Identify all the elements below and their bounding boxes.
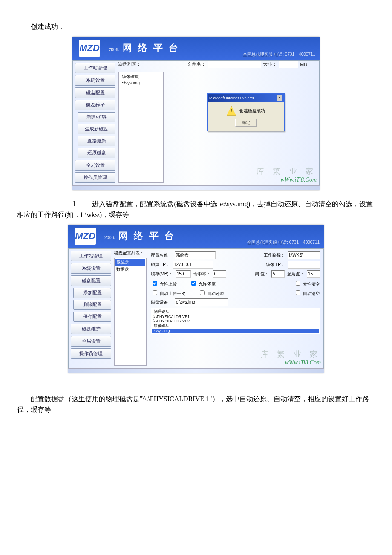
logo: MZD	[75, 228, 96, 245]
cache-label: 缓存(MB)：	[151, 271, 173, 277]
doc-text-3: 配置数据盘（这里使用的物理磁盘是"\\.\PHYSICALDRIVE 1"），选…	[17, 393, 375, 415]
device-row[interactable]: \\.\PHYSICALDRIVE1	[152, 315, 319, 319]
nav-disk-maint[interactable]: 磁盘维护	[75, 100, 115, 110]
mirror-ip-input[interactable]	[288, 261, 320, 269]
list-marker: l	[73, 200, 75, 208]
thresh-label: 阀 值：	[255, 271, 269, 277]
config-list[interactable]: 系统盘 数据盘	[114, 258, 147, 366]
name-label: 配置名称：	[151, 252, 172, 258]
size-label: 大小：	[263, 61, 277, 67]
path-input[interactable]	[288, 251, 320, 259]
auto-clear-cb[interactable]: 自动清空	[294, 289, 320, 297]
nav-operator[interactable]: 操作员管理	[75, 172, 115, 183]
nav-disk-config[interactable]: 磁盘配置	[75, 87, 115, 98]
warning-icon: !	[227, 106, 236, 116]
ok-button[interactable]: 确定	[235, 119, 257, 127]
hotline: 全国总代理客服 电话: 0731—4000711	[247, 240, 320, 246]
nav-gen-disk[interactable]: 生成新磁盘	[78, 124, 115, 134]
allow-upload-cb[interactable]: 允许上传	[151, 280, 177, 287]
top-fields: 磁盘列表： 文件名： 大小： MB	[118, 61, 319, 68]
nav-global[interactable]: 全局设置	[75, 160, 115, 171]
watermark: 库 繁 业 家 wWw.iTi8.Com	[257, 166, 317, 183]
path-label: 工作路径：	[264, 252, 285, 258]
filename-label: 文件名：	[187, 61, 206, 67]
nav-save-config[interactable]: 保存配置	[73, 312, 111, 322]
doc-text-1: 创建成功：	[17, 21, 375, 32]
watermark-text: 库 繁 业 家	[261, 349, 321, 359]
nav-direct-update[interactable]: 直接更新	[78, 136, 115, 146]
nav-global[interactable]: 全局设置	[71, 336, 111, 347]
device-input[interactable]	[175, 298, 228, 306]
auto-upload-cb[interactable]: 自动上传一次	[151, 289, 185, 297]
device-row[interactable]: \\.\PHYSICALDRIVE2	[152, 319, 319, 323]
sidebar: 工作站管理 系统设置 磁盘配置 添加配置 删除配置 保存配置 磁盘维护 全局设置…	[69, 249, 113, 368]
config-list-label: 磁盘配置列表：	[113, 249, 147, 258]
disk-ip-label: 磁盘 I P：	[151, 262, 170, 268]
mirror-ip-label: 镜像 I P：	[266, 262, 285, 268]
dialog-message: 创建磁盘成功	[239, 108, 265, 114]
status-bar	[72, 185, 320, 190]
disk-list[interactable]: -镜像磁盘- e:\sys.img	[118, 72, 164, 183]
nav-system[interactable]: 系统设置	[71, 263, 111, 274]
allow-clear-cb[interactable]: 允许清空	[294, 280, 320, 287]
nav-del-config[interactable]: 删除配置	[73, 300, 111, 310]
watermark-url: wWw.iTi8.Com	[261, 359, 321, 366]
name-input[interactable]	[175, 251, 216, 259]
watermark-text: 库 繁 业 家	[257, 166, 317, 176]
content-area: Microsoft Internet Explorer × ! 创建磁盘成功 确…	[164, 70, 319, 185]
year-label: 2006.	[104, 235, 115, 240]
hotline: 全国总代理客服 电话: 0731—4000711	[243, 52, 315, 58]
list-item[interactable]: -镜像磁盘-	[120, 73, 162, 80]
app-title: 2006. 网 络 平 台	[104, 230, 176, 243]
size-unit: MB	[300, 62, 307, 67]
hit-input[interactable]	[213, 270, 226, 278]
nav-add-config[interactable]: 添加配置	[73, 288, 111, 298]
title-text: 网 络 平 台	[123, 42, 180, 55]
nav-new-expand[interactable]: 新建/扩容	[78, 112, 115, 122]
app-banner: MZD 2006. 网 络 平 台 全国总代理客服 电话: 0731—40007…	[68, 225, 324, 248]
dialog-titlebar: Microsoft Internet Explorer ×	[208, 94, 284, 102]
config-form: 配置名称： 工作路径： 磁盘 I P： 镜像 I P： 缓存	[147, 249, 323, 368]
size-input[interactable]	[279, 61, 298, 68]
status-bar	[68, 368, 324, 373]
allow-restore-cb[interactable]: 允许还原	[190, 280, 216, 287]
app-title: 2006. 网 络 平 台	[109, 42, 180, 55]
app-banner: MZD 2006. 网 络 平 台 全国总代理客服 电话: 0731—40007…	[72, 37, 320, 60]
year-label: 2006.	[109, 47, 119, 52]
device-row[interactable]: -镜像磁盘-	[152, 323, 319, 329]
screenshot-2: MZD 2006. 网 络 平 台 全国总代理客服 电话: 0731—40007…	[68, 225, 324, 373]
nav-workstation[interactable]: 工作站管理	[75, 63, 115, 73]
nav-operator[interactable]: 操作员管理	[71, 348, 111, 359]
thresh-input[interactable]	[271, 270, 285, 278]
watermark-url: wWw.iTi8.Com	[257, 176, 317, 183]
cache-input[interactable]	[176, 270, 191, 278]
hit-label: 命中率：	[193, 271, 210, 277]
disk-list-label: 磁盘列表：	[118, 61, 141, 67]
nav-restore-disk[interactable]: 还原磁盘	[78, 148, 115, 158]
device-list[interactable]: -物理硬盘- \\.\PHYSICALDRIVE1 \\.\PHYSICALDR…	[151, 308, 320, 334]
dialog-title-text: Microsoft Internet Explorer	[209, 96, 254, 100]
doc-text-2: l 进入磁盘配置，配置系统盘(磁盘设备中选"e:\sys.img)，去掉自动还原…	[17, 199, 375, 220]
title-text: 网 络 平 台	[118, 230, 176, 243]
nav-disk-config[interactable]: 磁盘配置	[71, 275, 111, 286]
device-row[interactable]: e:\sys.img	[152, 329, 319, 333]
disk-ip-input[interactable]	[173, 261, 213, 269]
nav-workstation[interactable]: 工作站管理	[71, 251, 111, 261]
device-row[interactable]: -物理硬盘-	[152, 309, 319, 315]
sidebar: 工作站管理 系统设置 磁盘配置 磁盘维护 新建/扩容 生成新磁盘 直接更新 还原…	[73, 61, 118, 185]
nav-disk-maint[interactable]: 磁盘维护	[71, 324, 111, 334]
device-label: 磁盘设备：	[151, 299, 172, 305]
list-item[interactable]: e:\sys.img	[120, 80, 162, 86]
auto-restore-cb[interactable]: 自动还原	[198, 289, 224, 297]
start-input[interactable]	[307, 270, 320, 278]
filename-input[interactable]	[208, 61, 261, 68]
watermark: 库 繁 业 家 wWw.iTi8.Com	[261, 349, 321, 366]
list-item[interactable]: 系统盘	[115, 259, 145, 266]
close-icon[interactable]: ×	[277, 95, 282, 101]
logo: MZD	[79, 40, 100, 57]
list-item[interactable]: 数据盘	[115, 266, 145, 273]
nav-system[interactable]: 系统设置	[75, 75, 115, 86]
screenshot-1: MZD 2006. 网 络 平 台 全国总代理客服 电话: 0731—40007…	[72, 37, 320, 190]
message-dialog: Microsoft Internet Explorer × ! 创建磁盘成功 确…	[207, 93, 285, 131]
start-label: 起用点：	[287, 271, 304, 277]
